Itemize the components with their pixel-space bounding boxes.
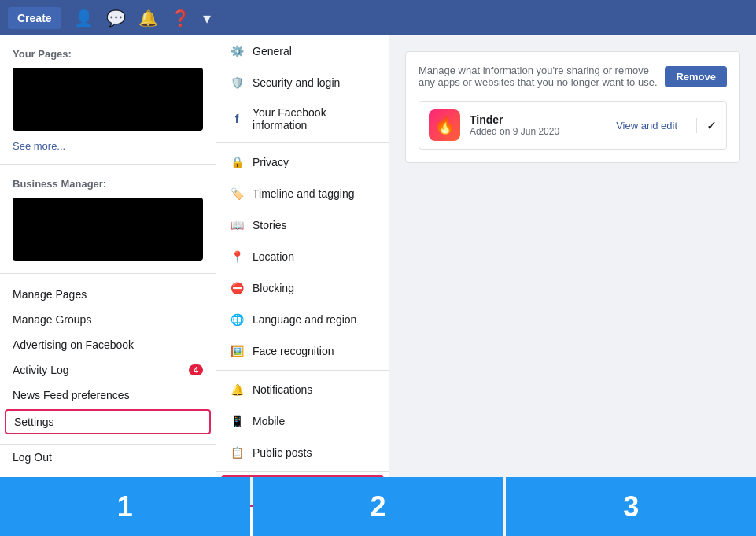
settings-item-face[interactable]: 🖼️ Face recognition (216, 335, 389, 367)
see-more-link[interactable]: See more... (0, 135, 216, 157)
help-icon[interactable]: ❓ (171, 9, 190, 28)
left-sidebar: Your Pages: See more... Business Manager… (0, 35, 216, 536)
step-3: 3 (506, 477, 756, 536)
main-container: Your Pages: See more... Business Manager… (0, 35, 756, 536)
create-button[interactable]: Create (8, 7, 61, 29)
people-icon[interactable]: 👤 (74, 9, 94, 28)
sidebar-item-manage-pages[interactable]: Manage Pages (0, 282, 216, 307)
your-pages-image (13, 68, 203, 131)
business-manager-image (13, 198, 203, 261)
settings-item-language[interactable]: 🌐 Language and region (216, 304, 389, 335)
facebook-icon: f (229, 111, 245, 127)
settings-item-location[interactable]: 📍 Location (216, 241, 389, 272)
right-content: Manage what information you're sharing o… (389, 35, 756, 536)
blocking-icon: ⛔ (229, 280, 245, 296)
tag-icon: 🏷️ (229, 186, 245, 201)
sidebar-item-news-feed[interactable]: News Feed preferences (0, 383, 216, 408)
business-manager-label: Business Manager: (0, 173, 216, 193)
notifications-icon[interactable]: 🔔 (138, 9, 158, 28)
settings-item-general[interactable]: ⚙️ General (216, 35, 389, 67)
sidebar-item-settings[interactable]: Settings (5, 409, 211, 434)
tinder-name: Tinder (470, 113, 607, 126)
settings-item-public-posts[interactable]: 📋 Public posts (216, 437, 389, 468)
tinder-info: Tinder Added on 9 Jun 2020 (470, 113, 607, 137)
sidebar-menu: Manage Pages Manage Groups Advertising o… (0, 274, 216, 445)
location-icon: 📍 (229, 249, 245, 264)
your-pages-label: Your Pages: (0, 43, 216, 63)
public-posts-icon: 📋 (229, 445, 245, 460)
your-pages-section: Your Pages: See more... (0, 35, 216, 165)
settings-item-fb-info[interactable]: f Your Facebook information (216, 98, 389, 139)
settings-item-stories[interactable]: 📖 Stories (216, 209, 389, 241)
activity-log-badge: 4 (189, 364, 203, 375)
check-mark-icon: ✓ (696, 118, 717, 133)
settings-item-mobile[interactable]: 📱 Mobile (216, 405, 389, 437)
face-recognition-icon: 🖼️ (229, 343, 245, 359)
settings-item-notifications[interactable]: 🔔 Notifications (216, 374, 389, 405)
settings-item-privacy[interactable]: 🔒 Privacy (216, 146, 389, 178)
settings-menu-panel: ⚙️ General 🛡️ Security and login f Your … (216, 35, 389, 536)
sidebar-item-logout[interactable]: Log Out (0, 445, 216, 470)
settings-item-security[interactable]: 🛡️ Security and login (216, 67, 389, 98)
menu-divider-3 (216, 471, 389, 472)
settings-item-blocking[interactable]: ⛔ Blocking (216, 272, 389, 304)
remove-button[interactable]: Remove (665, 66, 727, 87)
step-1: 1 (0, 477, 250, 536)
settings-item-timeline[interactable]: 🏷️ Timeline and tagging (216, 178, 389, 209)
dropdown-icon[interactable]: ▾ (203, 9, 211, 28)
view-edit-link[interactable]: View and edit (616, 120, 677, 131)
apps-and-websites-panel: Manage what information you're sharing o… (405, 51, 740, 163)
step-indicators: 1 2 3 (0, 477, 756, 536)
shield-icon: 🛡️ (229, 75, 245, 91)
content-description: Manage what information you're sharing o… (419, 65, 665, 88)
language-icon: 🌐 (229, 312, 245, 327)
menu-divider-1 (216, 142, 389, 143)
messenger-icon[interactable]: 💬 (106, 9, 126, 28)
sidebar-item-advertising[interactable]: Advertising on Facebook (0, 332, 216, 357)
stories-icon: 📖 (229, 217, 245, 233)
step-2: 2 (253, 477, 503, 536)
lock-icon: 🔒 (229, 154, 245, 170)
mobile-icon: 📱 (229, 413, 245, 429)
top-nav: Create 👤 💬 🔔 ❓ ▾ (0, 0, 756, 35)
tinder-icon: 🔥 (429, 109, 460, 141)
sidebar-item-manage-groups[interactable]: Manage Groups (0, 307, 216, 332)
bell-icon: 🔔 (229, 382, 245, 397)
menu-divider-2 (216, 370, 389, 371)
sidebar-item-activity-log[interactable]: Activity Log 4 (0, 357, 216, 383)
business-manager-section: Business Manager: (0, 165, 216, 274)
tinder-app-row: 🔥 Tinder Added on 9 Jun 2020 View and ed… (419, 101, 727, 150)
gear-icon: ⚙️ (229, 43, 245, 59)
content-header: Manage what information you're sharing o… (419, 65, 727, 88)
tinder-date: Added on 9 Jun 2020 (470, 126, 607, 137)
